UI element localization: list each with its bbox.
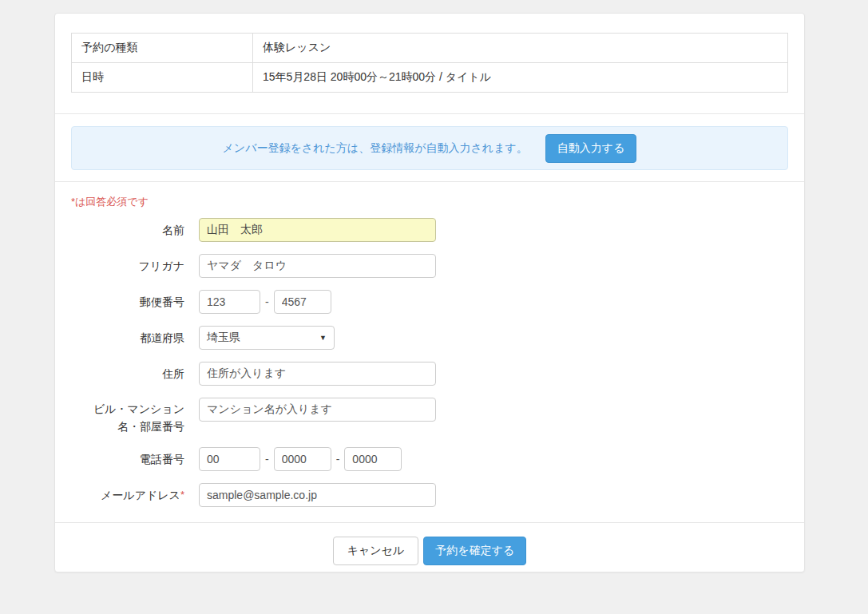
postal-field-row: 郵便番号 - [71,290,788,314]
email-field-row: メールアドレス* [71,483,788,507]
form-section: *は回答必須です 名前 フリガナ 郵便番号 - 都道府県 埼玉県 ▼ 住所 [55,182,804,523]
phone-input-2[interactable] [274,447,331,471]
building-label-line1: ビル・マンション [93,402,184,415]
phone-separator-2: - [336,447,340,471]
reservation-summary-section: 予約の種類 体験レッスン 日時 15年5月28日 20時00分～21時00分 /… [55,14,804,114]
building-label: ビル・マンション 名・部屋番号 [71,398,199,435]
table-row: 日時 15年5月28日 20時00分～21時00分 / タイトル [72,63,788,93]
autofill-section: メンバー登録をされた方は、登録情報が自動入力されます。 自動入力する [55,114,804,182]
reservation-type-value: 体験レッスン [253,34,788,63]
postal-code-input-1[interactable] [199,290,260,314]
prefecture-selected-value: 埼玉県 [207,331,240,345]
prefecture-select[interactable]: 埼玉県 ▼ [199,326,335,350]
datetime-value: 15年5月28日 20時00分～21時00分 / タイトル [253,63,788,93]
cancel-button[interactable]: キャンセル [333,537,419,565]
reservation-summary-table: 予約の種類 体験レッスン 日時 15年5月28日 20時00分～21時00分 /… [71,33,788,93]
furigana-input[interactable] [199,254,436,278]
email-input[interactable] [199,483,436,507]
address-label: 住所 [71,362,199,386]
autofill-button[interactable]: 自動入力する [545,134,637,163]
furigana-label: フリガナ [71,254,199,278]
address-input[interactable] [199,362,436,386]
email-label: メールアドレス* [71,483,199,507]
postal-separator: - [265,290,269,314]
footer-actions: キャンセル 予約を確定する [55,523,804,565]
prefecture-field-row: 都道府県 埼玉県 ▼ [71,326,788,350]
table-row: 予約の種類 体験レッスン [72,34,788,63]
phone-input-1[interactable] [199,447,260,471]
prefecture-label: 都道府県 [71,326,199,350]
phone-separator-1: - [265,447,269,471]
building-label-line2: 名・部屋番号 [117,420,184,433]
phone-label: 電話番号 [71,447,199,471]
postal-code-input-2[interactable] [274,290,331,314]
name-label: 名前 [71,218,199,242]
postal-label: 郵便番号 [71,290,199,314]
autofill-info-bar: メンバー登録をされた方は、登録情報が自動入力されます。 自動入力する [71,126,788,170]
name-input[interactable] [199,218,436,242]
building-input[interactable] [199,398,436,422]
autofill-message: メンバー登録をされた方は、登録情報が自動入力されます。 [223,141,528,156]
building-field-row: ビル・マンション 名・部屋番号 [71,398,788,435]
reservation-type-label: 予約の種類 [72,34,253,63]
datetime-label: 日時 [72,63,253,93]
furigana-field-row: フリガナ [71,254,788,278]
address-field-row: 住所 [71,362,788,386]
confirm-reservation-button[interactable]: 予約を確定する [423,537,526,565]
phone-field-row: 電話番号 - - [71,447,788,471]
reservation-form-card: 予約の種類 体験レッスン 日時 15年5月28日 20時00分～21時00分 /… [54,13,805,572]
required-note: *は回答必須です [71,195,788,209]
phone-input-3[interactable] [344,447,402,471]
email-label-text: メールアドレス [101,489,180,501]
dropdown-arrow-icon: ▼ [319,334,327,342]
email-required-mark: * [180,489,184,501]
name-field-row: 名前 [71,218,788,242]
